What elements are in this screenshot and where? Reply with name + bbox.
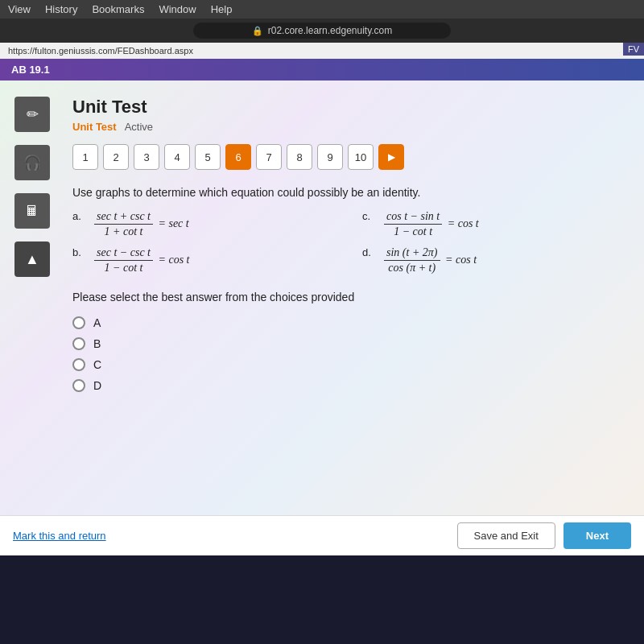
- radio-d[interactable]: [72, 379, 85, 392]
- question-btn-8[interactable]: 8: [287, 144, 312, 170]
- answer-options: A B C D: [72, 316, 628, 392]
- calculator-tool-button[interactable]: 🖩: [14, 193, 50, 229]
- option-d-row[interactable]: D: [72, 379, 628, 392]
- option-b-row[interactable]: B: [72, 337, 628, 350]
- page-title: Unit Test: [72, 97, 628, 118]
- question-btn-10[interactable]: 10: [348, 144, 374, 170]
- pencil-tool-button[interactable]: ✏: [14, 97, 50, 132]
- question-btn-4[interactable]: 4: [164, 144, 190, 170]
- eq-d-denominator: cos (π + t): [386, 261, 438, 275]
- eq-a-result: = sec t: [158, 217, 188, 229]
- bottom-bar: Mark this and return Save and Exit Next: [0, 515, 644, 555]
- eq-a-numerator: sec t + csc t: [94, 210, 153, 225]
- eq-d-fraction: sin (t + 2π) cos (π + t): [384, 246, 440, 275]
- next-button[interactable]: Next: [564, 522, 631, 549]
- bottom-buttons: Save and Exit Next: [457, 522, 631, 549]
- option-a-label: A: [93, 316, 101, 329]
- equation-b: b. sec t − csc t 1 − cot t = cos t: [72, 246, 338, 275]
- eq-c-fraction: cos t − sin t 1 − cot t: [384, 210, 442, 238]
- collapse-tool-button[interactable]: ▲: [14, 242, 50, 277]
- pencil-icon: ✏: [27, 105, 39, 123]
- eq-a-content: sec t + csc t 1 + cot t = sec t: [92, 210, 189, 238]
- radio-c[interactable]: [72, 358, 85, 371]
- question-btn-3[interactable]: 3: [134, 144, 159, 170]
- equation-d: d. sin (t + 2π) cos (π + t) = cos t: [362, 246, 628, 275]
- arrow-up-icon: ▲: [25, 251, 39, 268]
- eq-b-content: sec t − csc t 1 − cot t = cos t: [92, 246, 189, 275]
- sidebar: ✏ 🎧 🖩 ▲: [0, 80, 64, 555]
- browser-chrome: View History Bookmarks Window Help 🔒 r02…: [0, 0, 644, 59]
- eq-c-content: cos t − sin t 1 − cot t = cos t: [382, 210, 479, 238]
- menu-bookmarks[interactable]: Bookmarks: [92, 3, 144, 15]
- question-btn-6[interactable]: 6: [225, 144, 251, 170]
- eq-b-numerator: sec t − csc t: [94, 246, 153, 261]
- eq-d-result: = cos t: [445, 254, 477, 266]
- content-area: Unit Test Unit Test Active 1 2 3 4 5 6 7…: [72, 97, 628, 392]
- eq-a-denominator: 1 + cot t: [102, 225, 146, 238]
- option-c-label: C: [93, 358, 101, 371]
- eq-b-label: b.: [72, 246, 85, 275]
- play-button[interactable]: ▶: [378, 144, 404, 170]
- eq-c-denominator: 1 − cot t: [391, 225, 435, 238]
- question-text: Use graphs to determine which equation c…: [72, 186, 628, 199]
- option-b-label: B: [93, 337, 101, 350]
- question-numbers: 1 2 3 4 5 6 7 8 9 10 ▶: [72, 144, 628, 170]
- menu-window[interactable]: Window: [159, 3, 196, 15]
- eq-b-fraction: sec t − csc t 1 − cot t: [94, 246, 153, 275]
- equation-c: c. cos t − sin t 1 − cot t = cos t: [362, 210, 628, 238]
- address-text: r02.core.learn.edgenuity.com: [268, 25, 393, 36]
- unit-test-label: Unit Test: [72, 121, 117, 133]
- eq-a-fraction: sec t + csc t 1 + cot t: [94, 210, 153, 238]
- radio-a[interactable]: [72, 316, 85, 329]
- eq-c-numerator: cos t − sin t: [384, 210, 442, 225]
- mark-return-link[interactable]: Mark this and return: [13, 530, 106, 542]
- eq-c-label: c.: [362, 210, 375, 238]
- course-header: AB 19.1: [0, 59, 644, 80]
- eq-a-label: a.: [72, 210, 85, 238]
- menu-history[interactable]: History: [45, 3, 77, 15]
- eq-d-numerator: sin (t + 2π): [384, 246, 440, 261]
- url-bar[interactable]: https://fulton.geniussis.com/FEDashboard…: [0, 43, 644, 59]
- question-btn-2[interactable]: 2: [103, 144, 129, 170]
- lock-icon: 🔒: [252, 26, 263, 36]
- equation-a: a. sec t + csc t 1 + cot t = sec t: [72, 210, 338, 238]
- question-btn-7[interactable]: 7: [256, 144, 282, 170]
- menu-help[interactable]: Help: [211, 3, 233, 15]
- calculator-icon: 🖩: [25, 203, 39, 220]
- eq-b-denominator: 1 − cot t: [102, 261, 146, 275]
- address-bar-row: 🔒 r02.core.learn.edgenuity.com FV: [0, 19, 644, 43]
- status-badge: Active: [125, 121, 153, 133]
- question-btn-5[interactable]: 5: [195, 144, 221, 170]
- select-prompt: Please select the best answer from the c…: [72, 291, 628, 303]
- menu-bar: View History Bookmarks Window Help: [0, 0, 644, 19]
- eq-d-content: sin (t + 2π) cos (π + t) = cos t: [382, 246, 477, 275]
- eq-c-result: = cos t: [448, 217, 479, 229]
- eq-d-label: d.: [362, 246, 375, 275]
- question-btn-1[interactable]: 1: [72, 144, 98, 170]
- main-content: ✏ 🎧 🖩 ▲ Unit Test Unit Test Active 1 2 3…: [0, 80, 644, 555]
- option-a-row[interactable]: A: [72, 316, 628, 329]
- address-bar[interactable]: 🔒 r02.core.learn.edgenuity.com: [193, 23, 451, 39]
- headphone-icon: 🎧: [23, 154, 41, 171]
- fv-badge: FV: [623, 43, 644, 56]
- option-c-row[interactable]: C: [72, 358, 628, 371]
- save-exit-button[interactable]: Save and Exit: [457, 522, 555, 549]
- equation-grid: a. sec t + csc t 1 + cot t = sec t c. co…: [72, 210, 628, 275]
- page-subtitle: Unit Test Active: [72, 121, 628, 133]
- eq-b-result: = cos t: [158, 254, 189, 266]
- menu-view[interactable]: View: [8, 3, 31, 15]
- option-d-label: D: [93, 379, 101, 392]
- radio-b[interactable]: [72, 337, 85, 350]
- audio-tool-button[interactable]: 🎧: [14, 145, 50, 180]
- question-btn-9[interactable]: 9: [317, 144, 343, 170]
